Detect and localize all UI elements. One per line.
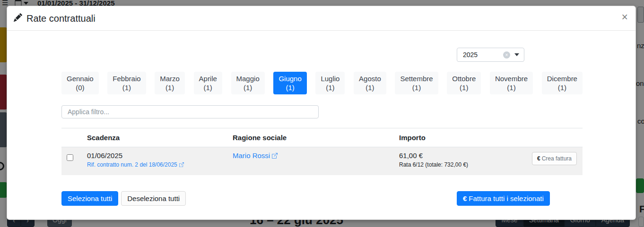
modal-title-text: Rate contrattuali (26, 13, 96, 24)
month-button-maggio[interactable]: Maggio(1) (231, 72, 265, 94)
caret-down-icon (514, 53, 519, 56)
month-button-agosto[interactable]: Agosto(1) (354, 72, 386, 94)
importo-amount: 61,00 € (399, 151, 423, 160)
table-row: 01/06/2025 Rif. contratto num. 2 del 18/… (61, 147, 583, 175)
rate-contrattuali-modal: Rate contrattuali × 2025 × Gennaio(0) Fe… (7, 6, 636, 220)
header-scadenza: Scadenza (87, 134, 233, 142)
deselect-all-button[interactable]: Deseleziona tutti (121, 191, 186, 206)
invoice-selected-button[interactable]: €Fattura tutti i selezionati (457, 191, 550, 206)
month-button-dicembre[interactable]: Dicembre(1) (542, 72, 583, 94)
header-importo: Importo (399, 134, 583, 142)
euro-icon: € (537, 155, 540, 162)
row-checkbox-cell (61, 147, 87, 175)
external-link-icon (272, 152, 278, 160)
year-select-value: 2025 (463, 51, 503, 59)
footer-left-actions: Seleziona tutti Deseleziona tutti (61, 191, 186, 206)
month-button-ottobre[interactable]: Ottobre(1) (447, 72, 481, 94)
contract-ref-link[interactable]: Rif. contratto num. 2 del 18/06/2025 (87, 161, 177, 168)
month-button-luglio[interactable]: Luglio(1) (315, 72, 345, 94)
month-buttons: Gennaio(0) Febbraio(1) Marzo(1) Aprile(1… (61, 72, 583, 94)
scadenza-cell: 01/06/2025 Rif. contratto num. 2 del 18/… (87, 147, 233, 175)
row-checkbox[interactable] (67, 154, 73, 161)
crea-fattura-button[interactable]: €Crea fattura (532, 152, 577, 165)
installments-table: Scadenza Ragione sociale Importo 01/06/2… (61, 128, 583, 175)
euro-icon: € (463, 194, 467, 202)
month-button-gennaio[interactable]: Gennaio(0) (61, 72, 99, 94)
contract-ref-line: Rif. contratto num. 2 del 18/06/2025 (87, 161, 233, 168)
month-button-giugno[interactable]: Giugno(1) (273, 72, 306, 94)
month-button-novembre[interactable]: Novembre(1) (490, 72, 533, 94)
footer-right-actions: €Fattura tutti i selezionati (457, 191, 550, 206)
month-button-febbraio[interactable]: Febbraio(1) (107, 72, 146, 94)
month-button-settembre[interactable]: Settembre(1) (395, 72, 438, 94)
customer-link[interactable]: Mario Rossi (233, 151, 270, 160)
pencil-icon (14, 13, 22, 24)
importo-cell: 61,00 € Rata 6/12 (totale: 732,00 €) €Cr… (399, 147, 583, 175)
clear-icon[interactable]: × (503, 51, 510, 59)
table-header-row: Scadenza Ragione sociale Importo (61, 128, 583, 147)
header-ragione-sociale: Ragione sociale (233, 134, 399, 142)
modal-header: Rate contrattuali × (7, 6, 635, 31)
year-select[interactable]: 2025 × (457, 48, 524, 62)
scadenza-date: 01/06/2025 (87, 151, 122, 160)
filter-input[interactable] (61, 105, 319, 118)
modal-title: Rate contrattuali (14, 13, 96, 24)
month-button-marzo[interactable]: Marzo(1) (155, 72, 185, 94)
external-link-icon (179, 162, 184, 168)
close-icon[interactable]: × (622, 12, 628, 23)
select-all-button[interactable]: Seleziona tutti (61, 191, 118, 206)
month-button-aprile[interactable]: Aprile(1) (194, 72, 222, 94)
ragione-sociale-cell: Mario Rossi (233, 147, 399, 175)
